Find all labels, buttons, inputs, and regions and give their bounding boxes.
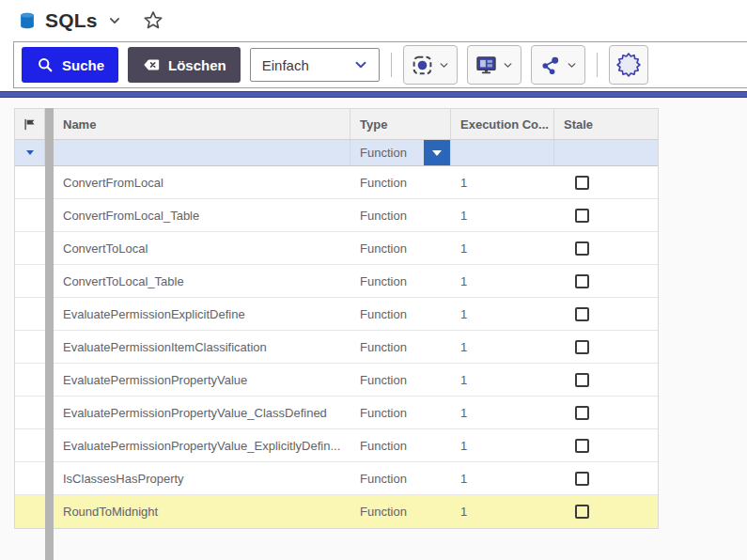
share-button[interactable] <box>531 45 585 85</box>
row-flag-cell[interactable] <box>15 166 45 198</box>
filter-type-cell[interactable]: Function <box>350 140 451 165</box>
stale-checkbox[interactable] <box>575 373 589 387</box>
row-type[interactable]: Function <box>350 495 451 528</box>
row-flag-cell[interactable] <box>15 331 45 363</box>
title-chevron-down-icon[interactable] <box>105 11 124 30</box>
row-name[interactable]: EvaluatePermissionPropertyValue_Explicit… <box>54 429 350 461</box>
row-flag-cell[interactable] <box>15 397 45 428</box>
stale-checkbox[interactable] <box>575 209 589 223</box>
layout-view-button[interactable] <box>467 45 521 85</box>
column-header-stale[interactable]: Stale <box>554 109 658 139</box>
row-name[interactable]: ConvertFromLocal_Table <box>54 199 350 231</box>
vertical-scrollbar[interactable] <box>45 108 54 560</box>
toolbar: Suche Löschen Einfach <box>13 41 747 88</box>
table-row[interactable]: RoundToMidnight Function 1 <box>15 495 658 528</box>
stale-checkbox[interactable] <box>575 340 589 354</box>
table-row[interactable]: EvaluatePermissionPropertyValue Function… <box>15 364 658 397</box>
row-stale-cell <box>554 331 658 363</box>
row-stale-cell <box>554 429 658 461</box>
row-type[interactable]: Function <box>350 397 451 428</box>
table-row[interactable]: ConvertToLocal Function 1 <box>15 232 658 265</box>
column-header-name[interactable]: Name <box>54 109 350 139</box>
row-type[interactable]: Function <box>350 166 451 198</box>
row-name[interactable]: EvaluatePermissionExplicitDefine <box>54 298 350 330</box>
row-execution-count[interactable]: 1 <box>451 495 554 528</box>
table-row[interactable]: ConvertFromLocal Function 1 <box>15 166 658 199</box>
data-grid: Name Type Execution Co... Stale Function… <box>14 108 659 529</box>
row-execution-count[interactable]: 1 <box>451 331 554 363</box>
filter-flag-cell[interactable] <box>15 140 45 165</box>
stale-checkbox[interactable] <box>575 307 589 321</box>
row-type[interactable]: Function <box>350 232 451 264</box>
stale-checkbox[interactable] <box>575 472 589 486</box>
clear-button-label: Löschen <box>168 57 226 73</box>
row-execution-count[interactable]: 1 <box>451 265 554 297</box>
chevron-down-icon <box>566 59 578 71</box>
row-flag-cell[interactable] <box>15 495 45 528</box>
row-stale-cell <box>554 232 658 264</box>
stale-checkbox[interactable] <box>575 176 589 190</box>
row-name[interactable]: EvaluatePermissionPropertyValue <box>54 364 350 396</box>
row-name[interactable]: EvaluatePermissionItemClassification <box>54 331 350 363</box>
row-name[interactable]: ConvertFromLocal <box>54 166 350 198</box>
row-flag-cell[interactable] <box>15 462 45 494</box>
filter-name-cell[interactable] <box>54 140 350 165</box>
table-row[interactable]: ConvertFromLocal_Table Function 1 <box>15 199 658 232</box>
stale-checkbox[interactable] <box>575 241 589 256</box>
row-stale-cell <box>554 397 658 428</box>
favorite-star-icon[interactable] <box>141 8 165 33</box>
row-execution-count[interactable]: 1 <box>451 166 554 198</box>
row-execution-count[interactable]: 1 <box>451 199 554 231</box>
row-name[interactable]: ConvertToLocal <box>54 232 350 264</box>
stale-checkbox[interactable] <box>575 505 589 519</box>
table-row[interactable]: EvaluatePermissionPropertyValue_Explicit… <box>15 429 658 462</box>
row-type[interactable]: Function <box>350 462 451 494</box>
table-row[interactable]: ConvertToLocal_Table Function 1 <box>15 265 658 298</box>
filter-execution-cell[interactable] <box>451 140 554 165</box>
stale-checkbox[interactable] <box>575 406 589 420</box>
column-header-type[interactable]: Type <box>350 109 451 139</box>
row-execution-count[interactable]: 1 <box>451 429 554 461</box>
settings-button[interactable] <box>609 45 648 85</box>
table-row[interactable]: EvaluatePermissionExplicitDefine Functio… <box>15 298 658 331</box>
row-flag-cell[interactable] <box>15 364 45 396</box>
row-execution-count[interactable]: 1 <box>451 298 554 330</box>
row-type[interactable]: Function <box>350 331 451 363</box>
row-type[interactable]: Function <box>350 199 451 231</box>
search-button[interactable]: Suche <box>22 47 118 83</box>
row-name[interactable]: RoundToMidnight <box>54 495 350 528</box>
filter-stale-cell[interactable] <box>554 140 658 165</box>
row-execution-count[interactable]: 1 <box>451 397 554 428</box>
column-header-flag[interactable] <box>15 109 45 139</box>
stale-checkbox[interactable] <box>575 274 589 288</box>
row-name[interactable]: IsClassesHasProperty <box>54 462 350 494</box>
table-row[interactable]: EvaluatePermissionItemClassification Fun… <box>15 331 658 364</box>
filter-type-dropdown-button[interactable] <box>424 140 450 165</box>
row-type[interactable]: Function <box>350 265 451 297</box>
row-type[interactable]: Function <box>350 298 451 330</box>
table-row[interactable]: IsClassesHasProperty Function 1 <box>15 462 658 495</box>
stale-checkbox[interactable] <box>575 439 589 453</box>
row-stale-cell <box>554 199 658 231</box>
row-flag-cell[interactable] <box>15 265 45 297</box>
row-type[interactable]: Function <box>350 429 451 461</box>
table-row[interactable]: EvaluatePermissionPropertyValue_ClassDef… <box>15 397 658 429</box>
content-area: Name Type Execution Co... Stale Function… <box>0 98 747 560</box>
row-type[interactable]: Function <box>350 364 451 396</box>
focus-mode-button[interactable] <box>403 45 458 85</box>
row-flag-cell[interactable] <box>15 232 45 264</box>
row-name[interactable]: ConvertToLocal_Table <box>54 265 350 297</box>
toolbar-separator <box>391 53 392 77</box>
row-flag-cell[interactable] <box>15 429 45 461</box>
row-execution-count[interactable]: 1 <box>451 232 554 264</box>
search-mode-select[interactable]: Einfach <box>250 48 380 82</box>
row-stale-cell <box>554 265 658 297</box>
row-execution-count[interactable]: 1 <box>451 462 554 494</box>
row-name[interactable]: EvaluatePermissionPropertyValue_ClassDef… <box>54 397 350 428</box>
column-header-execution-count[interactable]: Execution Co... <box>451 109 554 139</box>
row-flag-cell[interactable] <box>15 199 45 231</box>
row-flag-cell[interactable] <box>15 298 45 330</box>
row-execution-count[interactable]: 1 <box>451 364 554 396</box>
filter-dropdown-icon[interactable] <box>26 150 34 155</box>
clear-button[interactable]: Löschen <box>128 47 241 83</box>
